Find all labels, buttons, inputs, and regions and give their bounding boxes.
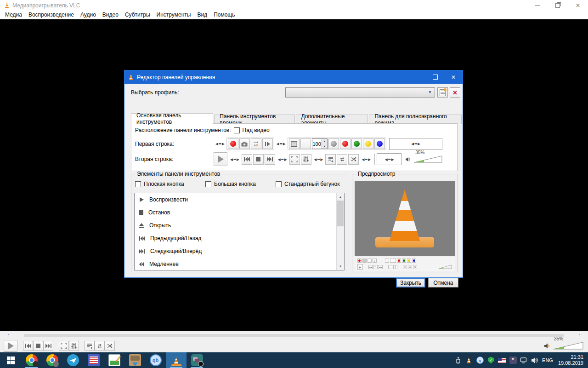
yellow-dot-button[interactable] (363, 138, 373, 149)
fullscreen-widget-button[interactable] (289, 154, 300, 165)
menu-video[interactable]: Видео (99, 11, 122, 19)
next-widget-button[interactable] (265, 154, 275, 165)
list-item-previous[interactable]: Предыдущий/Назад (135, 232, 344, 245)
frame-by-frame-button[interactable] (262, 138, 273, 149)
spacer-icon[interactable]: ◄••► (213, 141, 226, 146)
green-dot-button[interactable] (351, 138, 362, 149)
equalizer-button[interactable] (69, 341, 79, 351)
dialog-close-button[interactable]: ✕ (444, 70, 463, 84)
taskbar-chrome-1[interactable] (21, 352, 42, 368)
close-dialog-button[interactable]: Закрыть (396, 278, 425, 288)
scrollbar-track[interactable] (337, 201, 344, 263)
time-slider-widget[interactable]: ◄••► (389, 138, 442, 150)
menu-playback[interactable]: Воспроизведение (25, 11, 77, 19)
minimize-button[interactable] (527, 0, 548, 11)
record-button[interactable] (228, 138, 238, 149)
taskbar-chrome-2[interactable] (42, 352, 62, 368)
us-flag-language-icon[interactable] (498, 356, 506, 364)
menu-tools[interactable]: Инструменты (153, 11, 194, 19)
volume-widget[interactable]: 35% (405, 155, 442, 163)
list-item-stop[interactable]: Останов (135, 206, 344, 219)
big-button-option[interactable]: Большая кнопка (205, 181, 276, 187)
dialog-maximize-button[interactable] (426, 70, 444, 84)
taskbar-notes-app[interactable] (104, 352, 124, 368)
spinner-arrows[interactable]: ▲ ▼ (322, 139, 327, 149)
next-button[interactable] (43, 341, 53, 351)
menu-audio[interactable]: Аудио (77, 11, 99, 19)
taskbar-screenshot-app[interactable] (187, 352, 207, 368)
stop-button[interactable] (33, 341, 43, 351)
equalizer-widget-button[interactable] (301, 154, 311, 165)
list-item-next[interactable]: Следующий/Вперёд (135, 245, 344, 258)
loop-button[interactable] (95, 341, 105, 351)
blank-widget-button[interactable] (300, 138, 311, 149)
dialog-titlebar[interactable]: Редактор панелей управления ✕ (124, 70, 463, 84)
speaker-tray-icon[interactable] (531, 356, 539, 364)
shuffle-widget-button[interactable] (348, 154, 359, 165)
taskbar-floppy-app[interactable] (83, 352, 104, 368)
previous-button[interactable] (23, 341, 33, 351)
above-video-checkbox[interactable] (234, 127, 240, 133)
flat-button-checkbox[interactable] (135, 181, 141, 187)
list-item-play[interactable]: Воспроизвести (135, 193, 344, 206)
snapshot-button[interactable] (239, 138, 250, 149)
menu-help[interactable]: Помощь (210, 11, 238, 19)
volume-slider[interactable] (414, 155, 442, 163)
language-indicator[interactable]: ENG (542, 357, 553, 363)
blue-dot-button[interactable] (374, 138, 385, 149)
tab-main-toolbar[interactable]: Основная панель инструментов (131, 113, 213, 124)
spacer-icon[interactable]: ◄••► (312, 157, 325, 162)
taskbar-qbittorrent[interactable]: qb (145, 352, 166, 368)
spacer-widget-box[interactable]: ◄••► (377, 153, 401, 165)
taskbar-vlc[interactable] (166, 352, 187, 368)
taskbar-download-manager[interactable] (124, 352, 145, 368)
spacer-icon[interactable]: ◄••► (359, 157, 373, 162)
scroll-down-icon[interactable]: ▼ (337, 263, 344, 270)
gray-dot-button[interactable] (328, 138, 339, 149)
native-slider-checkbox[interactable] (276, 181, 282, 187)
playlist-widget-button[interactable] (289, 138, 300, 149)
spacer-icon[interactable]: ◄••► (228, 157, 241, 162)
ab-loop-button[interactable]: A B (251, 138, 261, 149)
menu-media[interactable]: Медиа (2, 11, 25, 19)
playlist-widget2-button[interactable] (325, 154, 336, 165)
start-button[interactable] (0, 352, 21, 368)
play-widget-button[interactable] (214, 152, 227, 166)
cancel-dialog-button[interactable]: Отмена (428, 278, 458, 288)
scrollbar-thumb[interactable] (337, 201, 344, 226)
menu-subtitles[interactable]: Субтитры (122, 11, 153, 19)
network-icon[interactable] (520, 356, 528, 364)
play-button[interactable] (4, 340, 17, 352)
scroll-up-icon[interactable]: ▲ (337, 193, 344, 201)
list-scrollbar[interactable]: ▲ ▼ (336, 193, 344, 270)
seek-slider[interactable] (24, 334, 564, 337)
red-dot-button[interactable] (340, 138, 351, 149)
restore-button[interactable] (548, 0, 568, 11)
stop-widget-button[interactable] (253, 154, 264, 165)
new-profile-button[interactable] (437, 87, 448, 98)
flat-button-option[interactable]: Плоская кнопка (135, 181, 205, 187)
spacer-icon[interactable]: ◄••► (276, 157, 289, 162)
spacer-icon[interactable]: ◄••► (274, 141, 288, 146)
antivirus-shield-icon[interactable]: ✓ (487, 356, 495, 364)
list-item-slower[interactable]: Медленнее (135, 258, 344, 270)
tab-time-toolbar[interactable]: Панель инструментов времени (214, 115, 294, 124)
vlc-tray-icon[interactable] (465, 356, 473, 364)
fullscreen-button[interactable] (59, 341, 69, 351)
usb-icon[interactable] (454, 356, 462, 364)
qbittorrent-tray-icon[interactable]: q (476, 356, 484, 364)
close-button[interactable]: ✕ (568, 0, 588, 11)
taskbar-telegram[interactable] (62, 352, 83, 368)
teletext-spinner[interactable]: 100 ▲ ▼ (312, 138, 328, 149)
playlist-button[interactable] (85, 341, 95, 351)
menu-view[interactable]: Вид (194, 11, 210, 19)
clock[interactable]: 21:31 19.08.2019 (556, 354, 583, 366)
big-button-checkbox[interactable] (205, 181, 211, 187)
shuffle-button[interactable] (105, 341, 115, 351)
previous-widget-button[interactable] (242, 154, 252, 165)
tab-advanced-widget[interactable]: Дополнительные элементы (296, 115, 368, 124)
loop-widget-button[interactable] (337, 154, 347, 165)
delete-profile-button[interactable]: ✕ (450, 87, 460, 98)
quotes-app-icon[interactable]: ” (509, 356, 517, 364)
dialog-minimize-button[interactable] (407, 70, 426, 84)
